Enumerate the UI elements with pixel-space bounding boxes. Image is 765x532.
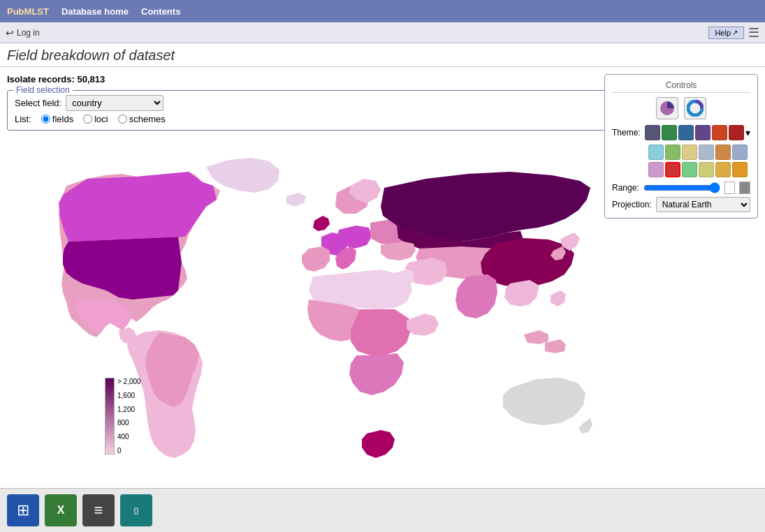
brand-link[interactable]: PubMLST: [7, 6, 49, 17]
legend-value-1: 1,600: [117, 392, 141, 399]
excel-icon: X: [57, 504, 65, 517]
legend-labels: > 2,000 1,600 1,200 800 400 0: [117, 378, 141, 455]
theme-swatch-0[interactable]: [645, 125, 660, 140]
database-home-link[interactable]: Database home: [61, 6, 129, 17]
select-field-label: Select field:: [15, 98, 61, 108]
menu-button[interactable]: ☰: [748, 25, 759, 40]
fields-radio-label[interactable]: fields: [41, 114, 73, 124]
text-export-button[interactable]: ≡: [82, 494, 115, 517]
loci-radio[interactable]: [83, 114, 92, 124]
theme-chevron-icon[interactable]: ▾: [745, 125, 750, 140]
page-title-bar: Field breakdown of dataset: [0, 43, 765, 67]
login-label: Log in: [17, 28, 40, 38]
theme-swatch-1[interactable]: [662, 125, 677, 140]
legend: > 2,000 1,600 1,200 800 400 0: [105, 378, 141, 455]
map-area: > 2,000 1,600 1,200 800 400 0: [7, 140, 758, 510]
theme-grid-row1: ▾: [645, 125, 750, 140]
legend-value-4: 400: [117, 433, 141, 441]
theme-swatch-4[interactable]: [712, 125, 727, 140]
theme-swatch-2[interactable]: [678, 125, 694, 140]
list-label: List:: [15, 114, 31, 124]
help-label: Help: [715, 29, 731, 37]
schemes-radio-label[interactable]: schemes: [118, 114, 166, 124]
schemes-radio[interactable]: [118, 114, 127, 124]
help-button[interactable]: Help ↗: [708, 27, 744, 39]
chart-type-row: [612, 97, 750, 119]
fields-radio[interactable]: [41, 114, 50, 124]
field-selection-legend: Field selection: [13, 85, 73, 95]
legend-value-3: 800: [117, 419, 141, 427]
donut-chart-button[interactable]: [684, 97, 706, 119]
legend-gradient: [105, 378, 115, 455]
login-arrow-icon: ↩: [6, 27, 14, 38]
right-controls: Help ↗ ☰: [708, 25, 759, 40]
excel-export-button[interactable]: X: [45, 494, 77, 517]
theme-label: Theme:: [612, 128, 641, 138]
json-export-button[interactable]: {}: [120, 494, 152, 517]
table-icon: ⊞: [17, 501, 29, 517]
world-map[interactable]: [7, 140, 594, 510]
theme-swatch-3[interactable]: [695, 125, 711, 140]
contents-link[interactable]: Contents: [141, 6, 180, 17]
login-button[interactable]: ↩ Log in: [6, 27, 40, 38]
bottom-toolbar: ⊞ X ≡ {}: [0, 488, 765, 517]
pie-chart-button[interactable]: [656, 97, 678, 119]
text-icon: ≡: [94, 501, 103, 517]
theme-swatch-5[interactable]: [729, 125, 744, 140]
legend-value-0: > 2,000: [117, 378, 141, 385]
main-content: Isolate records: 50,813 Field selection …: [0, 67, 765, 517]
top-nav: PubMLST Database home Contents: [0, 0, 765, 22]
legend-bar: > 2,000 1,600 1,200 800 400 0: [105, 378, 141, 455]
isolate-count: 50,813: [77, 74, 105, 84]
page-title: Field breakdown of dataset: [7, 47, 758, 64]
json-icon: {}: [133, 506, 138, 515]
field-select[interactable]: country: [66, 95, 163, 111]
loci-radio-label[interactable]: loci: [83, 114, 108, 124]
external-link-icon: ↗: [732, 29, 738, 36]
legend-value-5: 0: [117, 447, 141, 455]
isolate-label: Isolate records:: [7, 74, 75, 84]
theme-row: Theme: ▾: [612, 125, 750, 140]
table-export-button[interactable]: ⊞: [7, 494, 39, 517]
controls-title: Controls: [612, 80, 750, 93]
legend-value-2: 1,200: [117, 406, 141, 413]
second-bar: ↩ Log in Help ↗ ☰: [0, 22, 765, 43]
